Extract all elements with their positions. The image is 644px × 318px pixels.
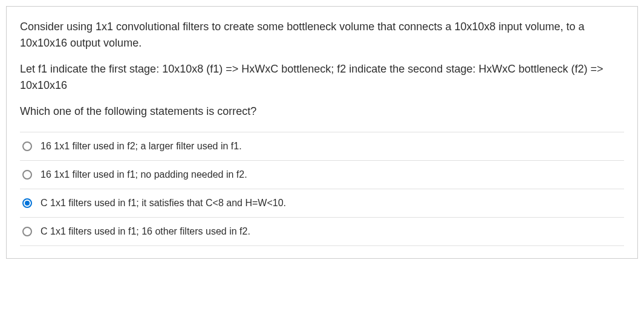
option-label: C 1x1 filters used in f1; 16 other filte… [41, 226, 622, 237]
option-label: C 1x1 filters used in f1; it satisfies t… [41, 198, 622, 209]
option-label: 16 1x1 filter used in f2; a larger filte… [41, 141, 622, 152]
question-text: Consider using 1x1 convolutional filters… [20, 19, 624, 120]
radio-icon [22, 198, 32, 208]
options-list: 16 1x1 filter used in f2; a larger filte… [20, 132, 624, 246]
option-4[interactable]: C 1x1 filters used in f1; 16 other filte… [20, 217, 624, 246]
option-3[interactable]: C 1x1 filters used in f1; it satisfies t… [20, 189, 624, 217]
question-paragraph-1: Consider using 1x1 convolutional filters… [20, 19, 624, 51]
radio-icon [22, 141, 32, 151]
radio-icon [22, 227, 32, 236]
question-paragraph-3: Which one of the following statements is… [20, 103, 624, 120]
option-1[interactable]: 16 1x1 filter used in f2; a larger filte… [20, 132, 624, 160]
question-paragraph-2: Let f1 indicate the first stage: 10x10x8… [20, 61, 624, 94]
radio-icon [22, 170, 32, 180]
question-container: Consider using 1x1 convolutional filters… [6, 6, 638, 259]
option-label: 16 1x1 filter used in f1; no padding nee… [41, 169, 622, 180]
option-2[interactable]: 16 1x1 filter used in f1; no padding nee… [20, 160, 624, 189]
